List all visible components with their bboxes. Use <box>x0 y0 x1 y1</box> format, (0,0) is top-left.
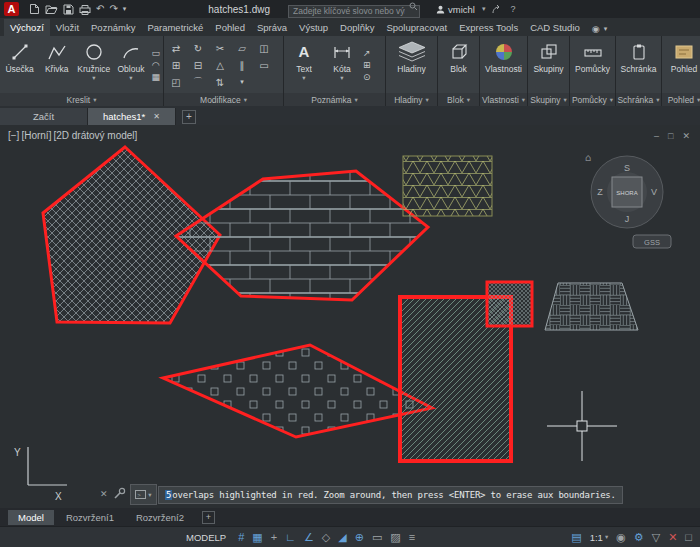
scale-tool-icon[interactable]: ◰ <box>171 77 180 88</box>
doc-close-icon[interactable]: ✕ <box>682 131 690 141</box>
model-space-button[interactable]: MODELP <box>186 532 226 543</box>
panel-label-hladiny[interactable]: Hladiny▾ <box>386 93 437 106</box>
panel-label-modifikace[interactable]: Modifikace▾ <box>164 93 283 106</box>
panel-label-pohled[interactable]: Pohled▾ <box>662 93 700 106</box>
polar-toggle-icon[interactable]: ∠ <box>304 532 314 543</box>
wcs-pill[interactable]: GSS <box>633 235 671 248</box>
break-tool-icon[interactable]: ⌒ <box>193 75 203 89</box>
move-tool-icon[interactable]: ⇄ <box>172 43 180 54</box>
dimension-button[interactable]: Kóta ▾ <box>323 37 361 93</box>
table-tool-icon[interactable]: ⊞ <box>363 61 371 70</box>
transparency-toggle-icon[interactable]: ▨ <box>390 532 400 543</box>
otrack-toggle-icon[interactable]: ◢ <box>338 532 346 543</box>
copy-tool-icon[interactable]: △ <box>216 60 224 71</box>
array-tool-icon[interactable]: ⊞ <box>172 60 180 71</box>
marker-tool-icon[interactable]: ⊙ <box>363 73 371 82</box>
ribbon-tab-vlozit[interactable]: Vložit <box>50 19 85 36</box>
text-caret-icon[interactable]: ▾ <box>302 74 305 81</box>
user-caret-icon[interactable]: ▾ <box>482 5 486 13</box>
infer-toggle-icon[interactable]: + <box>271 532 277 543</box>
properties-button[interactable]: Vlastnosti <box>481 37 526 93</box>
drawing-area[interactable]: SHORA S V J Z ⌂ GSS <box>0 125 700 508</box>
ribbon-tab-vychozi[interactable]: Výchozí <box>4 19 50 36</box>
qat-caret-icon[interactable]: ▾ <box>123 4 127 14</box>
viewport-menu-control[interactable]: [−] <box>8 130 19 141</box>
new-drawing-tab-button[interactable]: + <box>182 110 196 124</box>
lineweight-toggle-icon[interactable]: ▭ <box>372 532 382 543</box>
ribbon-tab-express-tools[interactable]: Express Tools <box>453 19 524 36</box>
entity-trapezoid-parquet[interactable] <box>545 283 638 330</box>
entity-quad-squares[interactable] <box>163 345 432 437</box>
viewcube[interactable]: SHORA S V J Z ⌂ <box>585 152 663 228</box>
leader-tool-icon[interactable]: ↗ <box>363 49 371 58</box>
viewport-view-control[interactable]: [Horní] <box>21 130 51 141</box>
panel-label-poznamka[interactable]: Poznámka▾ <box>284 93 385 106</box>
layout-tab-rozvrzeni2[interactable]: Rozvržení2 <box>126 510 194 525</box>
search-input[interactable] <box>288 5 420 18</box>
explode-tool-icon[interactable]: ⇅ <box>216 77 224 88</box>
commandline-close-icon[interactable]: ✕ <box>100 489 108 499</box>
plot-printer-icon[interactable] <box>79 4 91 15</box>
panel-label-pomucky[interactable]: Pomůcky▾ <box>570 93 615 106</box>
ribbon-tab-poznamky[interactable]: Poznámky <box>85 19 141 36</box>
open-folder-icon[interactable] <box>45 4 58 15</box>
clean-screen-icon[interactable]: □ <box>685 532 692 543</box>
erase-tool-icon[interactable]: ⊟ <box>194 60 202 71</box>
signin-user[interactable]: vmichl <box>436 4 475 15</box>
trim-tool-icon[interactable]: ✂ <box>216 43 224 54</box>
viewcube-south[interactable]: J <box>625 214 630 224</box>
ribbon-tab-parametricke[interactable]: Parametrické <box>141 19 209 36</box>
entity-smallsquare-dense[interactable] <box>487 282 532 326</box>
utilities-button[interactable]: Pomůcky <box>571 37 614 93</box>
mirror-tool-icon[interactable]: ▱ <box>238 43 246 54</box>
block-button[interactable]: Blok <box>439 37 478 93</box>
groups-button[interactable]: Skupiny <box>529 37 568 93</box>
commandline-menu-button[interactable]: > ▾ <box>130 484 157 505</box>
doc-minimize-icon[interactable]: – <box>654 131 659 141</box>
stretch-tool-icon[interactable]: ▭ <box>259 60 268 71</box>
circle-caret-icon[interactable]: ▾ <box>92 74 95 81</box>
file-tab-start[interactable]: Začít <box>0 108 88 125</box>
circle-button[interactable]: Kružnice ▾ <box>75 37 112 93</box>
modify-more-caret-icon[interactable]: ▾ <box>240 78 244 86</box>
view-button[interactable]: Pohled <box>663 37 700 93</box>
panel-label-vlastnosti[interactable]: Vlastnosti▾ <box>480 93 527 106</box>
viewcube-east[interactable]: V <box>651 187 657 197</box>
annotation-scale-button[interactable]: 1:1▾ <box>590 532 608 543</box>
undo-icon[interactable]: ↶ <box>96 4 104 14</box>
panel-label-schranka[interactable]: Schránka▾ <box>616 93 661 106</box>
ribbon-tab-doplnky[interactable]: Doplňky <box>334 19 380 36</box>
workspace-gear-icon[interactable]: ⚙ <box>634 532 644 543</box>
autoscale-icon[interactable]: ◉ <box>616 532 626 543</box>
ribbon-tab-sprava[interactable]: Správa <box>251 19 293 36</box>
panel-label-blok[interactable]: Blok▾ <box>438 93 479 106</box>
search-icon[interactable] <box>409 2 418 11</box>
ribbon-tab-pohled[interactable]: Pohled <box>209 19 251 36</box>
save-icon[interactable] <box>63 4 74 15</box>
doc-restore-icon[interactable]: □ <box>668 131 673 141</box>
ribbon-tab-cad-studio[interactable]: CAD Studio <box>524 19 586 36</box>
iso-toggle-icon[interactable]: ◇ <box>322 532 330 543</box>
ribbon-tab-spolupracovat[interactable]: Spolupracovat <box>380 19 453 36</box>
hatch-tool-icon[interactable]: ▦ <box>152 73 161 82</box>
osnap-toggle-icon[interactable]: ⊕ <box>355 532 364 543</box>
selection-cycling-icon[interactable]: ≡ <box>409 532 415 543</box>
fillet-tool-icon[interactable]: ◫ <box>259 43 268 54</box>
layout-tab-model[interactable]: Model <box>8 510 54 525</box>
viewcube-home-icon[interactable]: ⌂ <box>585 152 591 163</box>
polyline-button[interactable]: Křivka <box>38 37 75 93</box>
ellipse-tool-icon[interactable]: ◠ <box>152 61 161 70</box>
offset-tool-icon[interactable]: ∥ <box>240 60 245 71</box>
layers-button[interactable]: Hladiny <box>388 37 436 93</box>
dimension-caret-icon[interactable]: ▾ <box>340 74 343 81</box>
clipboard-button[interactable]: Schránka <box>617 37 660 93</box>
arc-caret-icon[interactable]: ▾ <box>129 74 132 81</box>
entity-rect-trianglemesh[interactable] <box>403 156 492 216</box>
layout-tab-rozvrzeni1[interactable]: Rozvržení1 <box>56 510 124 525</box>
grid-toggle-icon[interactable]: # <box>238 532 244 543</box>
help-icon[interactable]: ? <box>510 4 515 14</box>
line-button[interactable]: Úsečka <box>1 37 38 93</box>
rectangle-tool-icon[interactable]: ▭ <box>152 49 161 58</box>
entity-hexagon-brick[interactable] <box>176 171 428 300</box>
annotation-visibility-icon[interactable]: ▤ <box>571 532 581 543</box>
